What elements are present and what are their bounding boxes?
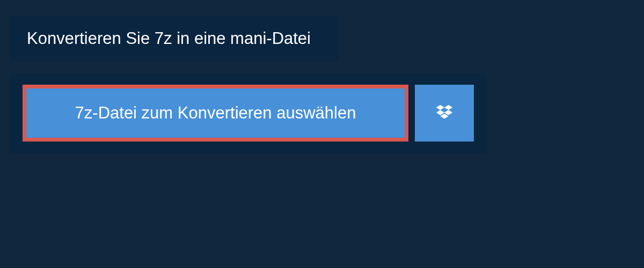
dropbox-button[interactable] [415, 85, 474, 142]
upload-section: 7z-Datei zum Konvertieren auswählen [11, 73, 486, 153]
header-bar: Konvertieren Sie 7z in eine mani-Datei [11, 16, 338, 61]
page-title: Konvertieren Sie 7z in eine mani-Datei [27, 29, 322, 48]
select-file-label: 7z-Datei zum Konvertieren auswählen [75, 103, 356, 123]
select-file-button[interactable]: 7z-Datei zum Konvertieren auswählen [23, 85, 408, 142]
dropbox-icon [434, 103, 455, 123]
